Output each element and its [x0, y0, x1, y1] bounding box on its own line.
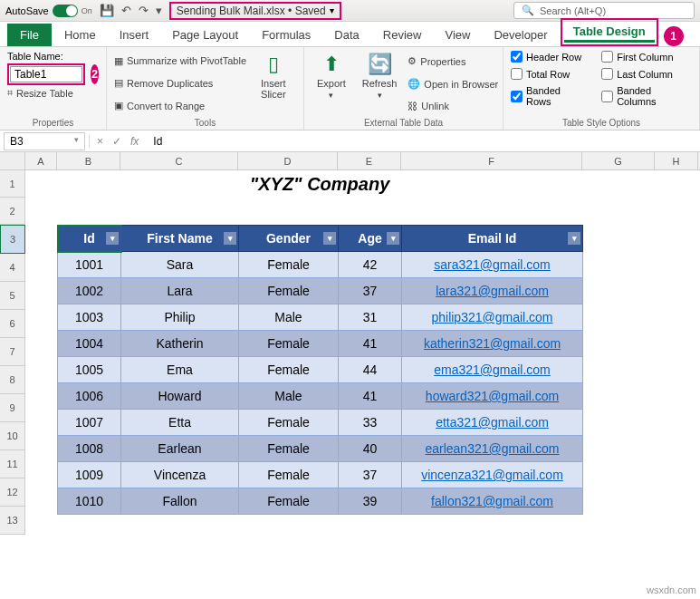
- table-row[interactable]: 1003PhilipMale31philip321@gmail.com: [58, 304, 583, 331]
- cell-email[interactable]: etta321@gmail.com: [402, 410, 583, 436]
- chevron-down-icon[interactable]: ▾: [74, 135, 79, 148]
- cell-email[interactable]: philip321@gmail.com: [402, 304, 583, 331]
- first-column-checkbox[interactable]: First Column: [601, 51, 692, 63]
- cell-email[interactable]: earlean321@gmail.com: [402, 436, 583, 462]
- table-row[interactable]: 1009VincenzaFemale37vincenza321@gmail.co…: [58, 462, 583, 488]
- email-link[interactable]: vincenza321@gmail.com: [421, 468, 563, 482]
- email-link[interactable]: philip321@gmail.com: [431, 310, 552, 324]
- col-header[interactable]: H: [655, 152, 698, 169]
- chevron-down-icon[interactable]: ▾: [330, 5, 334, 15]
- tab-page-layout[interactable]: Page Layout: [161, 24, 249, 46]
- email-link[interactable]: ema321@gmail.com: [434, 362, 551, 377]
- cell-gender[interactable]: Female: [239, 357, 339, 383]
- cell-id[interactable]: 1009: [58, 462, 121, 488]
- tab-review[interactable]: Review: [372, 24, 433, 46]
- remove-duplicates-button[interactable]: ▤Remove Duplicates: [114, 77, 246, 89]
- formula-input[interactable]: Id: [146, 135, 700, 148]
- cell-id[interactable]: 1005: [58, 357, 121, 383]
- cell-email[interactable]: lara321@gmail.com: [402, 278, 583, 304]
- cell-id[interactable]: 1001: [58, 252, 121, 278]
- cancel-icon[interactable]: ×: [97, 135, 103, 148]
- save-icon[interactable]: 💾: [100, 4, 114, 17]
- table-row[interactable]: 1006HowardMale41howard321@gmail.com: [58, 383, 583, 410]
- cell-first[interactable]: Etta: [121, 410, 239, 436]
- name-box[interactable]: B3 ▾: [4, 132, 85, 150]
- convert-range-button[interactable]: ▣Convert to Range: [114, 100, 246, 111]
- cells-area[interactable]: "XYZ" Company Id▾ First Name▾ Gender▾ Ag…: [25, 170, 700, 535]
- cell-age[interactable]: 40: [339, 436, 402, 462]
- filter-dropdown-icon[interactable]: ▾: [568, 232, 580, 245]
- row-header[interactable]: 4: [0, 254, 25, 282]
- email-link[interactable]: earlean321@gmail.com: [425, 441, 559, 456]
- table-row[interactable]: 1008EarleanFemale40earlean321@gmail.com: [58, 436, 583, 462]
- cell-id[interactable]: 1007: [58, 410, 121, 436]
- cell-gender[interactable]: Female: [239, 252, 339, 278]
- cell-id[interactable]: 1006: [58, 383, 121, 410]
- cell-age[interactable]: 31: [339, 304, 402, 331]
- email-link[interactable]: howard321@gmail.com: [426, 389, 559, 403]
- cell-first[interactable]: Lara: [121, 278, 239, 304]
- email-link[interactable]: etta321@gmail.com: [436, 415, 549, 430]
- col-header[interactable]: G: [582, 152, 655, 169]
- search-input[interactable]: 🔍 Search (Alt+Q): [513, 2, 695, 19]
- header-row-checkbox[interactable]: Header Row: [511, 51, 587, 63]
- table-header-email[interactable]: Email Id▾: [402, 226, 583, 252]
- last-column-checkbox[interactable]: Last Column: [601, 68, 692, 80]
- table-row[interactable]: 1007EttaFemale33etta321@gmail.com: [58, 410, 583, 436]
- cell-gender[interactable]: Female: [239, 278, 339, 304]
- redo-icon[interactable]: ↷: [139, 4, 149, 17]
- row-header[interactable]: 6: [0, 310, 25, 338]
- cell-email[interactable]: ema321@gmail.com: [402, 357, 583, 383]
- cell-gender[interactable]: Female: [239, 462, 339, 488]
- banded-columns-checkbox[interactable]: Banded Columns: [601, 85, 692, 107]
- col-header[interactable]: E: [338, 152, 401, 169]
- filter-dropdown-icon[interactable]: ▾: [224, 232, 236, 245]
- email-link[interactable]: fallon321@gmail.com: [431, 494, 553, 508]
- row-header[interactable]: 3: [0, 225, 25, 254]
- cell-gender[interactable]: Male: [239, 383, 339, 410]
- cell-id[interactable]: 1010: [58, 488, 121, 515]
- table-row[interactable]: 1005EmaFemale44ema321@gmail.com: [58, 357, 583, 383]
- filter-dropdown-icon[interactable]: ▾: [106, 232, 119, 245]
- cell-first[interactable]: Ema: [121, 357, 239, 383]
- accept-icon[interactable]: ✓: [112, 135, 121, 148]
- cell-age[interactable]: 44: [339, 357, 402, 383]
- cell-age[interactable]: 42: [339, 252, 402, 278]
- table-header-gender[interactable]: Gender▾: [239, 226, 339, 252]
- export-button[interactable]: ⬆Export▾: [312, 51, 351, 116]
- table-row[interactable]: 1010FallonFemale39fallon321@gmail.com: [58, 488, 583, 515]
- banded-rows-checkbox[interactable]: Banded Rows: [511, 85, 587, 107]
- resize-table-button[interactable]: ⌗ Resize Table: [7, 87, 99, 99]
- file-name[interactable]: Sending Bulk Mail.xlsx • Saved: [177, 5, 326, 17]
- col-header[interactable]: B: [57, 152, 120, 169]
- cell-email[interactable]: fallon321@gmail.com: [402, 488, 583, 515]
- cell-first[interactable]: Howard: [121, 383, 239, 410]
- col-header[interactable]: C: [120, 152, 238, 169]
- filter-dropdown-icon[interactable]: ▾: [387, 232, 399, 245]
- row-header[interactable]: 5: [0, 282, 25, 310]
- cell-age[interactable]: 33: [339, 410, 402, 436]
- cell-id[interactable]: 1003: [58, 304, 121, 331]
- cell-gender[interactable]: Female: [239, 488, 339, 515]
- cell-id[interactable]: 1008: [58, 436, 121, 462]
- refresh-button[interactable]: 🔄Refresh▾: [357, 51, 403, 116]
- cell-age[interactable]: 37: [339, 278, 402, 304]
- tab-formulas[interactable]: Formulas: [251, 24, 321, 46]
- cell-gender[interactable]: Female: [239, 436, 339, 462]
- cell-id[interactable]: 1004: [58, 331, 121, 357]
- autosave-toggle[interactable]: AutoSave On: [5, 5, 92, 17]
- tab-home[interactable]: Home: [53, 24, 107, 46]
- row-header[interactable]: 9: [0, 394, 25, 422]
- table-header-first[interactable]: First Name▾: [121, 226, 239, 252]
- toggle-switch-icon[interactable]: [53, 5, 78, 17]
- table-header-id[interactable]: Id▾: [58, 226, 121, 252]
- row-header[interactable]: 13: [0, 507, 25, 535]
- tab-insert[interactable]: Insert: [109, 24, 160, 46]
- cell-gender[interactable]: Male: [239, 304, 339, 331]
- cell-gender[interactable]: Female: [239, 331, 339, 357]
- email-link[interactable]: sara321@gmail.com: [434, 257, 551, 272]
- cell-age[interactable]: 39: [339, 488, 402, 515]
- cell-id[interactable]: 1002: [58, 278, 121, 304]
- table-name-input[interactable]: [10, 66, 82, 82]
- col-header[interactable]: D: [238, 152, 338, 169]
